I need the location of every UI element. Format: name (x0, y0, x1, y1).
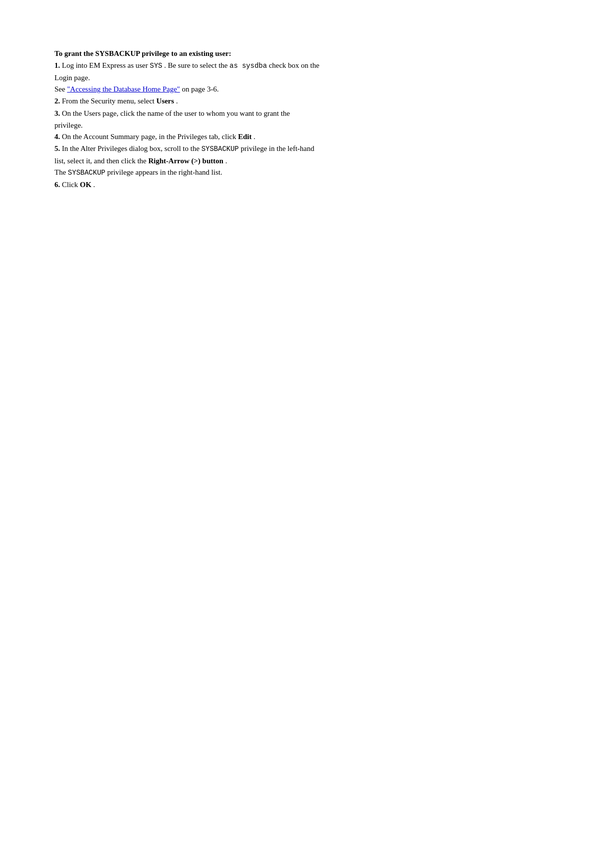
step-6-text-2: . (93, 181, 95, 189)
step-2-line: 2. From the Security menu, select Users … (54, 96, 540, 107)
step-6-text-1: Click (62, 181, 80, 189)
step-1-mono-1: SYS (150, 62, 162, 70)
step-5-continuation: list, select it, and then click the Righ… (54, 155, 540, 167)
step-1-text-3: check box on the (269, 61, 319, 69)
step-1-line: 1. Log into EM Express as user SYS . Be … (54, 60, 540, 71)
step-5-bold: Right-Arrow (>) button (149, 157, 224, 165)
content-block: To grant the SYSBACKUP privilege to an e… (54, 49, 540, 190)
step-6-line: 6. Click OK . (54, 179, 540, 191)
sysbackup-result-line: The SYSBACKUP privilege appears in the r… (54, 167, 540, 178)
step-5-line: 5. In the Alter Privileges dialog box, s… (54, 143, 540, 154)
step-1-mono-2: as sysdba (230, 62, 267, 70)
step-3-text: On the Users page, click the name of the… (62, 109, 290, 117)
see-text-suffix: on page 3-6. (182, 85, 219, 93)
step-2-bold: Users (156, 97, 174, 105)
step-3-continuation: privilege. (54, 120, 540, 131)
step-2-text-2: . (176, 97, 178, 105)
sysbackup-mono: SYSBACKUP (68, 169, 105, 177)
step-3-line: 3. On the Users page, click the name of … (54, 108, 540, 119)
sysbackup-text-2: privilege appears in the right-hand list… (107, 168, 222, 176)
step-5-number: 5. (54, 145, 60, 152)
step-3-number: 3. (54, 109, 60, 117)
section-heading: To grant the SYSBACKUP privilege to an e… (54, 49, 540, 58)
step-4-bold: Edit (238, 133, 252, 141)
step-5-cont-text-1: list, select it, and then click the (54, 157, 149, 165)
step-5-mono-1: SYSBACKUP (202, 145, 239, 153)
database-home-page-link[interactable]: "Accessing the Database Home Page" (67, 85, 180, 93)
step-1-number: 1. (54, 61, 60, 69)
page: To grant the SYSBACKUP privilege to an e… (0, 0, 614, 868)
see-text-prefix: See (54, 85, 67, 93)
see-line: See "Accessing the Database Home Page" o… (54, 84, 540, 95)
step-5-text-2: privilege in the left-hand (241, 145, 314, 152)
step-4-text-1: On the Account Summary page, in the Priv… (62, 133, 238, 141)
step-5-cont-text-2: . (225, 157, 227, 165)
step-5-text-1: In the Alter Privileges dialog box, scro… (62, 145, 202, 152)
step-6-bold: OK (80, 181, 91, 189)
step-2-number: 2. (54, 97, 60, 105)
step-6-number: 6. (54, 181, 60, 189)
step-1-text-2: . Be sure to select the (164, 61, 229, 69)
sysbackup-text-1: The (54, 168, 68, 176)
step-2-text-1: From the Security menu, select (62, 97, 156, 105)
step-1-text-1: Log into EM Express as user (62, 61, 150, 69)
step-4-text-2: . (254, 133, 256, 141)
step-1-continuation: Login page. (54, 72, 540, 84)
step-4-number: 4. (54, 133, 60, 141)
step-4-line: 4. On the Account Summary page, in the P… (54, 131, 540, 143)
